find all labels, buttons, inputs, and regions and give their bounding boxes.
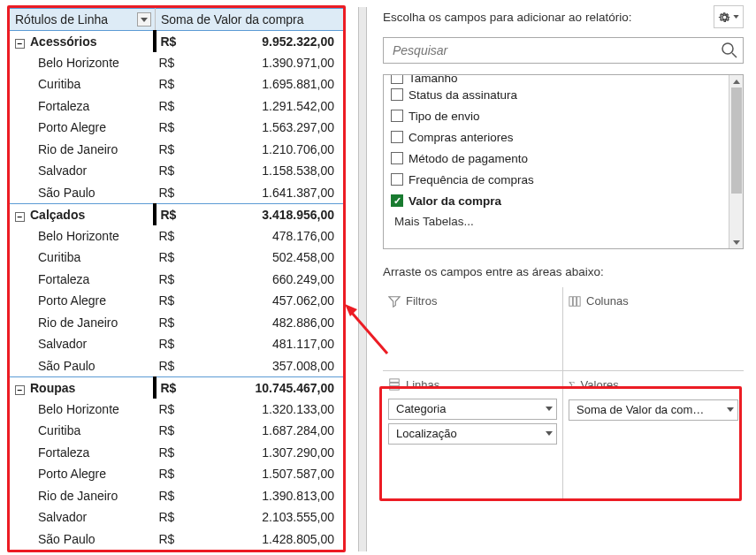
field-checkbox[interactable]: [391, 152, 403, 164]
city-value: 1.428.805,00: [181, 528, 343, 551]
field-label: Tamanho: [409, 74, 458, 84]
area-rows[interactable]: Linhas CategoriaLocalização: [383, 371, 563, 500]
pivot-city[interactable]: Curitiba: [10, 247, 155, 269]
svg-rect-6: [569, 296, 573, 306]
collapse-icon[interactable]: −: [15, 385, 25, 395]
currency-label: R$: [155, 312, 181, 334]
pivot-city[interactable]: Fortaleza: [10, 442, 155, 464]
city-value: 1.390.971,00: [181, 52, 343, 74]
area-filters[interactable]: Filtros: [383, 287, 563, 371]
field-row[interactable]: Compras anteriores: [389, 126, 727, 148]
pivot-city[interactable]: Porto Alegre: [10, 117, 155, 139]
pivot-category[interactable]: −Acessórios: [10, 30, 155, 52]
rowlabels-dropdown-icon[interactable]: [137, 12, 151, 27]
pivot-city[interactable]: Fortaleza: [10, 95, 155, 118]
field-row[interactable]: Tipo de envio: [389, 105, 727, 126]
pivot-city[interactable]: Belo Horizonte: [10, 399, 155, 421]
pivot-city[interactable]: Salvador: [10, 160, 155, 182]
pivot-city[interactable]: Curitiba: [10, 73, 155, 95]
pivot-city[interactable]: São Paulo: [10, 528, 155, 551]
svg-marker-4: [733, 80, 740, 84]
field-search[interactable]: [383, 37, 744, 64]
scroll-thumb[interactable]: [731, 87, 742, 194]
currency-label: R$: [155, 333, 181, 355]
chevron-down-icon: [727, 407, 734, 412]
scroll-up-icon[interactable]: [729, 75, 743, 87]
svg-rect-11: [390, 387, 400, 391]
currency-label: R$: [155, 420, 181, 442]
currency-label: R$: [155, 203, 181, 225]
pivot-city[interactable]: São Paulo: [10, 355, 155, 377]
pivot-city[interactable]: Curitiba: [10, 420, 155, 442]
field-row[interactable]: Valor da compra: [389, 190, 727, 211]
pivot-city[interactable]: Belo Horizonte: [10, 52, 155, 74]
svg-line-3: [732, 53, 737, 57]
city-value: 1.390.813,00: [181, 485, 343, 507]
pivot-city[interactable]: Rio de Janeiro: [10, 139, 155, 161]
pivot-city[interactable]: Porto Alegre: [10, 463, 155, 485]
field-list-scrollbar[interactable]: [729, 75, 743, 248]
field-row[interactable]: Frequência de compras: [389, 169, 727, 190]
currency-label: R$: [155, 528, 181, 551]
city-value: 1.307.290,00: [181, 442, 343, 464]
field-row[interactable]: Tamanho: [389, 74, 727, 84]
area-values[interactable]: Σ Valores Soma de Valor da com…: [563, 371, 744, 500]
area-label: Linhas: [406, 378, 439, 392]
pivot-city[interactable]: Salvador: [10, 333, 155, 355]
pivot-city[interactable]: Belo Horizonte: [10, 225, 155, 247]
currency-label: R$: [155, 225, 181, 247]
pivot-header-sum[interactable]: Soma de Valor da compra: [155, 9, 343, 31]
currency-label: R$: [155, 485, 181, 507]
field-checkbox[interactable]: [391, 110, 403, 122]
svg-marker-14: [727, 407, 734, 412]
field-checkbox[interactable]: [391, 88, 403, 101]
pivot-category[interactable]: −Calçados: [10, 203, 155, 225]
field-label: Status da assinatura: [409, 88, 517, 102]
area-pill[interactable]: Categoria: [388, 399, 557, 420]
collapse-icon[interactable]: −: [15, 212, 25, 222]
area-columns[interactable]: Colunas: [563, 287, 744, 371]
pivot-city[interactable]: Porto Alegre: [10, 290, 155, 312]
pivot-category[interactable]: −Roupas: [10, 376, 155, 399]
pivot-table: Rótulos de Linha Soma de Valor da compra…: [10, 8, 343, 550]
city-value: 1.210.706,00: [181, 139, 343, 161]
header-label: Soma de Valor da compra: [161, 12, 304, 27]
scroll-down-icon[interactable]: [729, 236, 743, 248]
currency-label: R$: [155, 463, 181, 485]
field-row[interactable]: Método de pagamento: [389, 148, 727, 169]
currency-label: R$: [155, 442, 181, 464]
search-input[interactable]: [383, 37, 744, 64]
area-pill[interactable]: Soma de Valor da com…: [569, 399, 738, 421]
city-value: 357.008,00: [181, 355, 343, 377]
field-checkbox[interactable]: [391, 74, 403, 84]
pivot-city[interactable]: Fortaleza: [10, 269, 155, 291]
city-value: 1.687.284,00: [181, 420, 343, 442]
area-label: Valores: [581, 378, 619, 392]
currency-label: R$: [155, 182, 181, 204]
field-list-settings-button[interactable]: [714, 5, 744, 28]
area-pill[interactable]: Localização: [388, 423, 557, 445]
svg-marker-0: [141, 18, 148, 22]
currency-label: R$: [155, 269, 181, 291]
field-list[interactable]: Tamanho Status da assinaturaTipo de envi…: [383, 74, 744, 249]
search-icon: [721, 42, 738, 59]
city-value: 478.176,00: [181, 225, 343, 247]
field-label: Método de pagamento: [409, 152, 528, 165]
city-value: 482.886,00: [181, 312, 343, 334]
pivot-header-rowlabels[interactable]: Rótulos de Linha: [10, 9, 155, 31]
city-value: 481.117,00: [181, 333, 343, 355]
field-row[interactable]: Status da assinatura: [389, 84, 727, 105]
field-checkbox[interactable]: [391, 131, 403, 143]
pivot-city[interactable]: São Paulo: [10, 182, 155, 204]
collapse-icon[interactable]: −: [15, 39, 25, 49]
chevron-down-icon: [546, 431, 553, 436]
pivot-city[interactable]: Rio de Janeiro: [10, 312, 155, 334]
pivot-city[interactable]: Salvador: [10, 506, 155, 528]
category-total: 9.952.322,00: [181, 30, 343, 52]
more-tables-link[interactable]: Mais Tabelas...: [389, 211, 727, 233]
field-checkbox[interactable]: [391, 194, 403, 207]
field-checkbox[interactable]: [391, 173, 403, 186]
currency-label: R$: [155, 399, 181, 421]
pivot-city[interactable]: Rio de Janeiro: [10, 485, 155, 507]
currency-label: R$: [155, 139, 181, 161]
